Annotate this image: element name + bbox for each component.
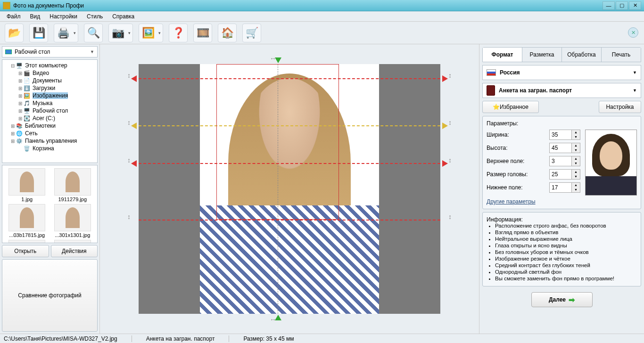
country-label: Россия — [500, 69, 520, 76]
save-button[interactable]: 💾 — [29, 24, 48, 42]
center-pane: ↕ ↕ ↕ ↕ ↕ ↕ ↕ ↕ ↔ ↔ — [100, 44, 479, 334]
status-size: Размер: 35 x 45 мм — [243, 335, 294, 342]
params-header: Параметры: — [487, 120, 637, 127]
thumb-item[interactable]: ...301x1301.jpg — [51, 204, 95, 238]
head-size-label: Размер головы: — [487, 171, 549, 178]
arrow-icon: ↔ — [270, 316, 276, 323]
screenshot-button[interactable]: 🖼️ — [139, 24, 163, 42]
thumb-item[interactable]: 1.jpg — [5, 168, 49, 202]
flag-russia-icon — [487, 69, 496, 76]
left-marker-red2[interactable] — [131, 160, 137, 167]
tree-desktop[interactable]: ⊞🖥️Рабочий стол — [3, 107, 96, 114]
tree-control-panel[interactable]: ⊞⚙️Панель управления — [3, 137, 96, 145]
next-label: Далее — [549, 296, 566, 303]
info-box: Информация: Расположение строго анфас, б… — [482, 212, 641, 286]
menu-settings[interactable]: Настройки — [46, 12, 81, 21]
height-spinner[interactable]: ▲▼ — [549, 143, 580, 153]
width-spinner[interactable]: ▲▼ — [549, 130, 580, 140]
preview-image — [585, 130, 637, 196]
tree-network[interactable]: ⊞🌐Сеть — [3, 130, 96, 137]
minimize-button[interactable]: — — [603, 1, 615, 10]
next-button[interactable]: Далее ➡ — [531, 292, 593, 307]
app-title: Фото на документы Профи — [13, 2, 603, 9]
right-marker-yellow[interactable] — [442, 122, 448, 129]
location-select[interactable]: Рабочий стол ▼ — [2, 46, 98, 57]
cart-button[interactable]: 🛒 — [242, 24, 261, 42]
open-folder-button[interactable]: 📂 — [5, 24, 24, 42]
arrow-right-icon: ➡ — [569, 295, 575, 304]
top-margin-spinner[interactable]: ▲▼ — [549, 156, 580, 166]
app-icon — [3, 2, 10, 9]
photo-canvas[interactable]: ↕ ↕ ↕ ↕ ↕ ↕ ↕ ↕ ↔ ↔ — [124, 55, 454, 323]
chevron-down-icon: ▼ — [633, 88, 637, 93]
status-path: C:\Users\Таня\Pictures\MISA-WD327_V2.jpg — [4, 335, 117, 342]
arrow-icon: ↕ — [448, 119, 452, 126]
country-select[interactable]: Россия ▼ — [482, 65, 641, 80]
maximize-button[interactable]: ▢ — [616, 1, 628, 10]
thumb-item[interactable]: ...03b17815.jpg — [5, 204, 49, 238]
menu-file[interactable]: Файл — [3, 12, 25, 21]
tree-recycle[interactable]: 🗑️Корзина — [3, 145, 96, 152]
left-marker-red[interactable] — [131, 75, 137, 82]
chevron-down-icon: ▼ — [90, 49, 94, 54]
right-pane: Формат Разметка Обработка Печать Россия … — [479, 44, 644, 334]
favorite-button[interactable]: ⭐ Избранное — [482, 101, 539, 113]
status-doc: Анкета на загран. паспорт — [146, 335, 215, 342]
camera-button[interactable]: 📷 — [108, 24, 133, 42]
head-size-spinner[interactable]: ▲▼ — [549, 169, 580, 180]
setup-button[interactable]: Настройка — [599, 101, 641, 113]
menu-help[interactable]: Справка — [108, 12, 138, 21]
bottom-guide[interactable] — [139, 220, 440, 220]
print-button[interactable]: 🖨️ — [54, 24, 78, 42]
help-button[interactable]: ❓ — [169, 24, 188, 42]
compare-button[interactable]: Сравнение фотографий — [2, 259, 98, 332]
tree-downloads[interactable]: ⊞⬇️Загрузки — [3, 84, 96, 92]
zoom-button[interactable]: 🔍 — [84, 24, 103, 42]
video-button[interactable]: 🎞️ — [193, 24, 212, 42]
height-label: Высота: — [487, 145, 549, 151]
tree-libraries[interactable]: ⊞📚Библиотеки — [3, 122, 96, 130]
crop-rect[interactable] — [216, 64, 339, 220]
tree-images[interactable]: ⊞🖼️Изображения — [3, 92, 96, 99]
tab-format[interactable]: Формат — [483, 48, 522, 62]
tab-processing[interactable]: Обработка — [562, 48, 602, 62]
arrow-icon: ↕ — [448, 213, 452, 220]
tab-print[interactable]: Печать — [602, 48, 641, 62]
width-label: Ширина: — [487, 131, 549, 138]
left-marker-yellow[interactable] — [131, 122, 137, 129]
panel-close-icon[interactable]: ✕ — [628, 27, 638, 38]
arrow-icon: ↔ — [270, 55, 276, 62]
bottom-margin-spinner[interactable]: ▲▼ — [549, 182, 580, 193]
right-marker-red[interactable] — [442, 75, 448, 82]
home-button[interactable]: 🏠 — [218, 24, 237, 42]
arrow-icon: ↕ — [127, 119, 131, 126]
menu-style[interactable]: Стиль — [83, 12, 107, 21]
top-margin-label: Верхнее поле: — [487, 158, 549, 164]
tree-video[interactable]: ⊞🎬Видео — [3, 69, 96, 77]
doctype-label: Анкета на загран. паспорт — [499, 87, 572, 94]
tree-music[interactable]: ⊞🎵Музыка — [3, 99, 96, 107]
arrow-icon: ↕ — [448, 156, 452, 164]
statusbar: C:\Users\Таня\Pictures\MISA-WD327_V2.jpg… — [0, 334, 644, 343]
doctype-select[interactable]: Анкета на загран. паспорт ▼ — [482, 83, 641, 98]
params-box: Параметры: Ширина:▲▼ Высота:▲▼ Верхнее п… — [482, 116, 641, 209]
menu-view[interactable]: Вид — [26, 12, 44, 21]
thumb-item[interactable]: 9-h-13.jpg — [5, 240, 49, 243]
tree-this-pc[interactable]: ⊟🖥️Этот компьютер — [3, 62, 96, 69]
tab-markup[interactable]: Разметка — [522, 48, 562, 62]
folder-tree[interactable]: ⊟🖥️Этот компьютер ⊞🎬Видео ⊞📄Документы ⊞⬇… — [2, 59, 98, 163]
right-marker-red2[interactable] — [442, 160, 448, 167]
info-list: Расположение строго анфас, без поворотов… — [487, 223, 637, 281]
close-button[interactable]: ✕ — [629, 1, 641, 10]
other-params-link[interactable]: Другие параметры — [487, 198, 536, 205]
thumb-item[interactable]: ...WD26_V1.jpg — [51, 240, 95, 243]
open-button[interactable]: Открыть — [2, 245, 49, 257]
actions-button[interactable]: Действия — [51, 245, 98, 257]
chevron-down-icon: ▼ — [633, 70, 637, 75]
thumb-item[interactable]: 1911279.jpg — [51, 168, 95, 202]
tree-docs[interactable]: ⊞📄Документы — [3, 77, 96, 84]
tree-acer[interactable]: ⊞💽Acer (C:) — [3, 114, 96, 122]
arrow-icon: ↕ — [127, 156, 131, 164]
left-pane: Рабочий стол ▼ ⊟🖥️Этот компьютер ⊞🎬Видео… — [0, 44, 100, 334]
arrow-icon: ↕ — [127, 213, 131, 220]
